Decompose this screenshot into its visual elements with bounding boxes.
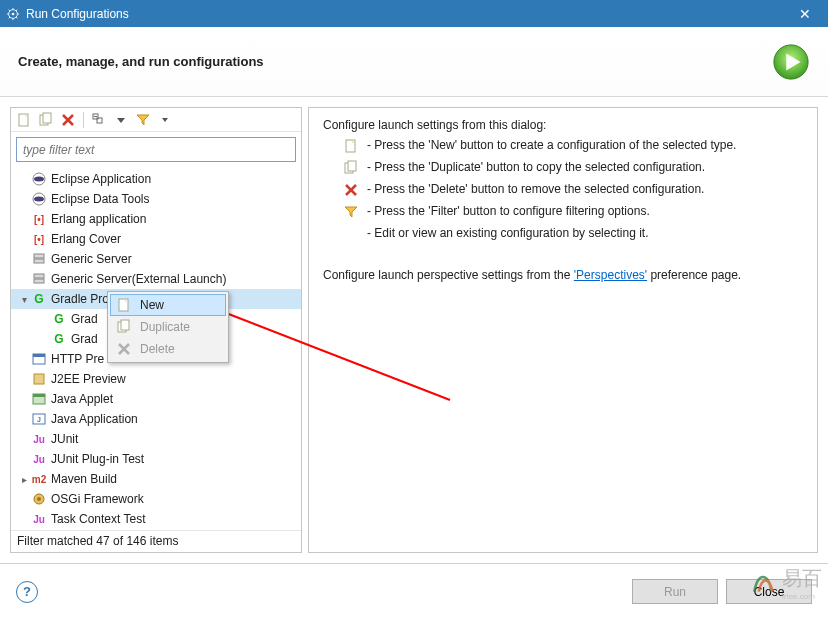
tree-item[interactable]: JuTask Context Test bbox=[11, 509, 301, 529]
svg-rect-15 bbox=[43, 113, 51, 123]
gradle-icon: G bbox=[31, 291, 47, 307]
erlang-icon: [•] bbox=[31, 211, 47, 227]
tree-item-label: Grad bbox=[71, 332, 98, 346]
new-icon bbox=[116, 297, 132, 313]
collapse-all-button[interactable] bbox=[90, 111, 108, 129]
hint-row: - Edit or view an existing configuration… bbox=[343, 226, 803, 242]
svg-point-26 bbox=[34, 197, 44, 202]
tree-item[interactable]: Eclipse Data Tools bbox=[11, 189, 301, 209]
http-icon bbox=[31, 351, 47, 367]
tree-item[interactable]: Java Applet bbox=[11, 389, 301, 409]
j2ee-icon bbox=[31, 371, 47, 387]
svg-line-9 bbox=[16, 9, 17, 10]
svg-line-7 bbox=[16, 17, 17, 18]
tree-item-label: Grad bbox=[71, 312, 98, 326]
hint-row: - Press the 'Delete' button to remove th… bbox=[343, 182, 803, 198]
tree-item-label: JUnit bbox=[51, 432, 78, 446]
junit-icon: Ju bbox=[31, 511, 47, 527]
svg-rect-30 bbox=[34, 279, 44, 283]
context-menu: NewDuplicateDelete bbox=[107, 291, 229, 363]
filter-button[interactable] bbox=[134, 111, 152, 129]
perspective-suffix: preference page. bbox=[647, 268, 741, 282]
filter-icon bbox=[343, 204, 359, 220]
tree-item-label: Eclipse Data Tools bbox=[51, 192, 150, 206]
applet-icon bbox=[31, 391, 47, 407]
svg-rect-28 bbox=[34, 259, 44, 263]
footer: ? Run Close bbox=[0, 563, 828, 619]
tree-item[interactable]: Generic Server(External Launch) bbox=[11, 269, 301, 289]
context-menu-new[interactable]: New bbox=[110, 294, 226, 316]
server-icon bbox=[31, 271, 47, 287]
filter-dropdown[interactable] bbox=[156, 111, 174, 129]
svg-rect-32 bbox=[33, 354, 45, 357]
page-title: Create, manage, and run configurations bbox=[18, 54, 772, 69]
tree-item[interactable]: JuJUnit bbox=[11, 429, 301, 449]
perspective-prefix: Configure launch perspective settings fr… bbox=[323, 268, 574, 282]
tree-item[interactable]: JuJUnit Plug-in Test bbox=[11, 449, 301, 469]
tree-item-label: Task Context Test bbox=[51, 512, 146, 526]
tree-item-label: Eclipse Application bbox=[51, 172, 151, 186]
expand-arrow[interactable]: ▾ bbox=[17, 294, 31, 305]
tree-item-label: OSGi Framework bbox=[51, 492, 144, 506]
window-title: Run Configurations bbox=[26, 7, 788, 21]
hint-text: - Press the 'Duplicate' button to copy t… bbox=[367, 160, 705, 174]
perspectives-link[interactable]: 'Perspectives' bbox=[574, 268, 647, 282]
osgi-icon bbox=[31, 491, 47, 507]
svg-point-1 bbox=[12, 12, 15, 15]
tree-item[interactable]: Eclipse Application bbox=[11, 169, 301, 189]
perspective-line: Configure launch perspective settings fr… bbox=[323, 268, 803, 282]
hint-text: - Press the 'New' button to create a con… bbox=[367, 138, 736, 152]
server-icon bbox=[31, 251, 47, 267]
java-icon: J bbox=[31, 411, 47, 427]
close-button[interactable]: Close bbox=[726, 579, 812, 604]
junit-icon: Ju bbox=[31, 431, 47, 447]
intro-text: Configure launch settings from this dial… bbox=[323, 118, 803, 132]
tree-item[interactable]: [•]Erlang application bbox=[11, 209, 301, 229]
new-config-button[interactable] bbox=[15, 111, 33, 129]
tree-item-label: Java Application bbox=[51, 412, 138, 426]
tree-item-label: Maven Build bbox=[51, 472, 117, 486]
maven-icon: m2 bbox=[31, 471, 47, 487]
expand-all-dropdown[interactable] bbox=[112, 111, 130, 129]
hint-text: - Press the 'Delete' button to remove th… bbox=[367, 182, 704, 196]
title-bar: Run Configurations ✕ bbox=[0, 0, 828, 27]
context-menu-delete: Delete bbox=[110, 338, 226, 360]
tree-item[interactable]: OSGi Framework bbox=[11, 489, 301, 509]
tree-item-label: Generic Server bbox=[51, 252, 132, 266]
filter-input[interactable] bbox=[16, 137, 296, 162]
tree-item-label: JUnit Plug-in Test bbox=[51, 452, 144, 466]
svg-line-6 bbox=[9, 9, 10, 10]
eclipse-icon bbox=[31, 191, 47, 207]
gradle-icon: G bbox=[51, 331, 67, 347]
eclipse-icon bbox=[31, 171, 47, 187]
delete-button[interactable] bbox=[59, 111, 77, 129]
svg-rect-35 bbox=[33, 394, 45, 397]
tree-item-label: Java Applet bbox=[51, 392, 113, 406]
run-button[interactable]: Run bbox=[632, 579, 718, 604]
hint-text: - Edit or view an existing configuration… bbox=[367, 226, 648, 240]
help-button[interactable]: ? bbox=[16, 581, 38, 603]
hint-row: - Press the 'New' button to create a con… bbox=[343, 138, 803, 154]
duplicate-icon bbox=[343, 160, 359, 176]
svg-rect-33 bbox=[34, 374, 44, 384]
toolbar-separator bbox=[83, 112, 84, 128]
tree-item[interactable]: ▸m2Maven Build bbox=[11, 469, 301, 489]
delete-icon bbox=[116, 341, 132, 357]
filter-status: Filter matched 47 of 146 items bbox=[11, 530, 301, 552]
tree-item[interactable]: J2EE Preview bbox=[11, 369, 301, 389]
tree-item-label: Erlang Cover bbox=[51, 232, 121, 246]
svg-line-8 bbox=[9, 17, 10, 18]
tree-item[interactable]: Generic Server bbox=[11, 249, 301, 269]
header: Create, manage, and run configurations bbox=[0, 27, 828, 97]
context-menu-label: Delete bbox=[140, 342, 175, 356]
window-close-button[interactable]: ✕ bbox=[788, 0, 822, 27]
expand-arrow[interactable]: ▸ bbox=[17, 474, 31, 485]
tree-item[interactable]: JJava Application bbox=[11, 409, 301, 429]
left-toolbar bbox=[11, 108, 301, 132]
duplicate-button[interactable] bbox=[37, 111, 55, 129]
run-icon bbox=[772, 43, 810, 81]
svg-point-24 bbox=[34, 177, 44, 182]
context-menu-label: Duplicate bbox=[140, 320, 190, 334]
tree-item-label: HTTP Pre bbox=[51, 352, 104, 366]
tree-item[interactable]: [•]Erlang Cover bbox=[11, 229, 301, 249]
